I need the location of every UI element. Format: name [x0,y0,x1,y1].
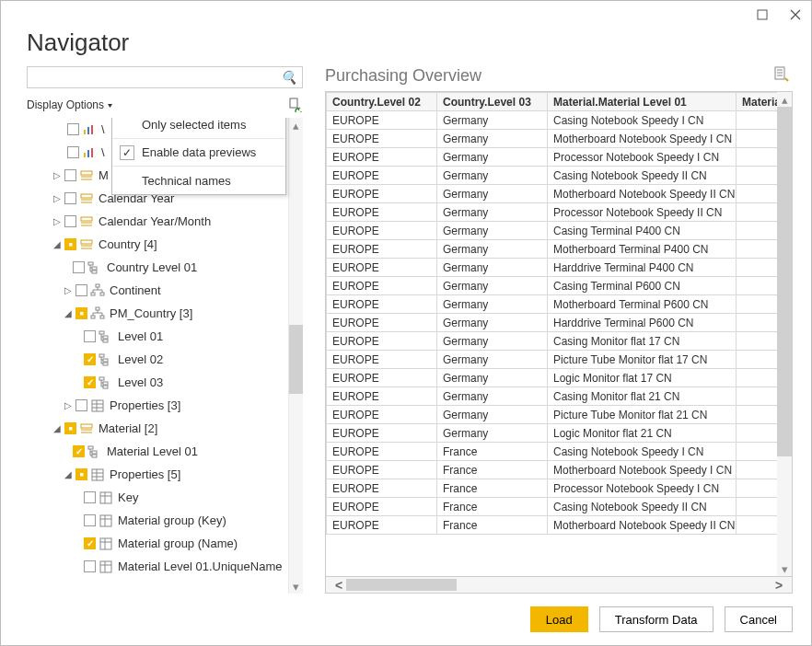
tree-row-continent[interactable]: ▷ Continent [27,279,288,302]
checkbox[interactable] [84,560,96,572]
expand-icon[interactable]: ▷ [52,170,62,180]
scroll-up-icon[interactable]: ▴ [777,92,792,107]
table-row[interactable]: EUROPEGermanyMotherboard Terminal P400 C… [327,240,778,259]
checkbox[interactable] [67,123,79,135]
table-row[interactable]: EUROPEFranceMotherboard Notebook Speedy … [327,516,778,535]
collapse-icon[interactable]: ◢ [64,469,73,479]
expand-icon[interactable]: ▷ [52,216,62,226]
display-options-link[interactable]: Display Options ▾ [27,98,112,111]
search-box[interactable]: 🔍 [27,66,303,88]
col-country-l2[interactable]: Country.Level 02 [327,93,437,111]
table-row[interactable]: EUROPEGermanyProcessor Notebook Speedy I… [327,148,778,167]
grid-body[interactable]: Country.Level 02 Country.Level 03 Materi… [326,92,777,576]
tree-row-level03[interactable]: Level 03 [27,371,288,394]
table-row[interactable]: EUROPEGermanyHarddrive Terminal P400 CN [327,259,778,277]
close-button[interactable] [785,5,806,25]
grid-vertical-scrollbar[interactable]: ▴ ▾ [777,92,792,576]
checkbox[interactable] [84,491,96,503]
table-row[interactable]: EUROPEGermanyCasing Monitor flat 21 CN [327,387,778,406]
checkbox[interactable] [75,284,87,296]
checkbox[interactable] [64,215,76,227]
checkbox[interactable] [67,146,79,158]
collapse-icon[interactable]: ◢ [64,308,73,318]
expand-icon[interactable]: ▷ [64,285,73,295]
checkbox[interactable] [64,192,76,204]
checkbox[interactable] [84,330,96,342]
checkbox-checked[interactable] [84,537,96,549]
table-row[interactable]: EUROPEFranceCasing Notebook Speedy I CN [327,443,778,461]
table-row[interactable]: EUROPEGermanyCasing Notebook Speedy II C… [327,167,778,185]
menu-enable-previews[interactable]: Enable data previews [112,139,285,167]
checkbox-selected[interactable] [64,238,76,250]
scroll-thumb[interactable] [777,107,792,456]
checkbox[interactable] [73,261,85,273]
tree-row-country[interactable]: ◢ Country [4] [27,233,288,256]
table-row[interactable]: EUROPEFranceMotherboard Notebook Speedy … [327,461,778,479]
transform-data-button[interactable]: Transform Data [599,606,713,632]
tree-row-material[interactable]: ◢ Material [2] [27,417,288,440]
collapse-icon[interactable]: ◢ [52,423,62,433]
tree-row-calendar-year-month[interactable]: ▷ Calendar Year/Month [27,210,288,233]
tree-row-level02[interactable]: Level 02 [27,348,288,371]
checkbox[interactable] [64,169,76,181]
tree-row-properties5[interactable]: ◢ Properties [5] [27,463,288,486]
scroll-right-icon[interactable]: > [770,577,788,593]
tree-row-pm-country[interactable]: ◢ PM_Country [3] [27,302,288,325]
scroll-thumb[interactable] [346,579,457,591]
tree-scrollbar[interactable]: ▴ ▾ [288,118,303,594]
table-row[interactable]: EUROPEGermanyCasing Terminal P400 CN [327,222,778,240]
table-row[interactable]: EUROPEGermanyLogic Monitor flat 17 CN [327,369,778,387]
scroll-up-icon[interactable]: ▴ [289,118,303,133]
collapse-icon[interactable]: ◢ [52,239,62,249]
cancel-button[interactable]: Cancel [725,606,793,632]
tree-row-key[interactable]: Key [27,486,288,509]
tree-row-material-unique[interactable]: Material Level 01.UniqueName [27,555,288,578]
table-row[interactable]: EUROPEGermanyMotherboard Terminal P600 C… [327,295,778,314]
table-row[interactable]: EUROPEGermanyPicture Tube Monitor flat 2… [327,406,778,424]
scroll-down-icon[interactable]: ▾ [289,579,303,594]
svg-rect-67 [88,446,93,449]
tree-row-level01[interactable]: Level 01 [27,325,288,348]
search-icon[interactable]: 🔍 [281,70,298,85]
menu-only-selected[interactable]: Only selected items [112,118,285,139]
checkbox-checked[interactable] [84,376,96,388]
menu-technical-names[interactable]: Technical names [112,167,285,194]
tree-row-properties3[interactable]: ▷ Properties [3] [27,394,288,417]
scroll-down-icon[interactable]: ▾ [777,561,792,576]
table-row[interactable]: EUROPEGermanyPicture Tube Monitor flat 1… [327,351,778,369]
table-row[interactable]: EUROPEGermanyMotherboard Notebook Speedy… [327,185,778,203]
expand-icon[interactable]: ▷ [64,400,73,410]
checkbox-checked[interactable] [73,445,85,457]
table-row[interactable]: EUROPEGermanyCasing Terminal P600 CN [327,277,778,295]
table-row[interactable]: EUROPEGermanyLogic Monitor flat 21 CN [327,424,778,443]
search-input[interactable] [31,71,281,85]
table-row[interactable]: EUROPEGermanyCasing Monitor flat 17 CN [327,332,778,351]
col-material-partial[interactable]: Material [737,93,778,111]
table-row[interactable]: EUROPEGermanyMotherboard Notebook Speedy… [327,130,778,148]
expand-icon[interactable]: ▷ [52,193,62,203]
refresh-icon[interactable] [288,98,303,112]
checkbox-selected[interactable] [75,468,87,480]
maximize-button[interactable] [752,5,772,25]
load-button[interactable]: Load [530,606,588,632]
table-row[interactable]: EUROPEFranceProcessor Notebook Speedy I … [327,479,778,498]
tree-row-material-group-key[interactable]: Material group (Key) [27,509,288,532]
grid-horizontal-scrollbar[interactable]: < > [325,577,793,594]
col-country-l3[interactable]: Country.Level 03 [437,93,548,111]
checkbox-checked[interactable] [84,353,96,365]
scroll-left-icon[interactable]: < [330,577,348,593]
tree-row-country-level01[interactable]: Country Level 01 [27,256,288,279]
table-row[interactable]: EUROPEGermanyCasing Notebook Speedy I CN [327,111,778,130]
checkbox[interactable] [75,399,87,411]
tree-row-material-group-name[interactable]: Material group (Name) [27,532,288,555]
table-row[interactable]: EUROPEGermanyHarddrive Terminal P600 CN [327,314,778,332]
checkbox-selected[interactable] [64,422,76,434]
checkbox-selected[interactable] [75,307,87,319]
table-row[interactable]: EUROPEGermanyProcessor Notebook Speedy I… [327,203,778,222]
tree-row-material-level01[interactable]: Material Level 01 [27,440,288,463]
col-material-l1[interactable]: Material.Material Level 01 [548,93,737,111]
options-icon[interactable] [772,66,789,86]
checkbox[interactable] [84,514,96,526]
scroll-thumb[interactable] [289,325,303,394]
table-row[interactable]: EUROPEFranceCasing Notebook Speedy II CN [327,498,778,516]
